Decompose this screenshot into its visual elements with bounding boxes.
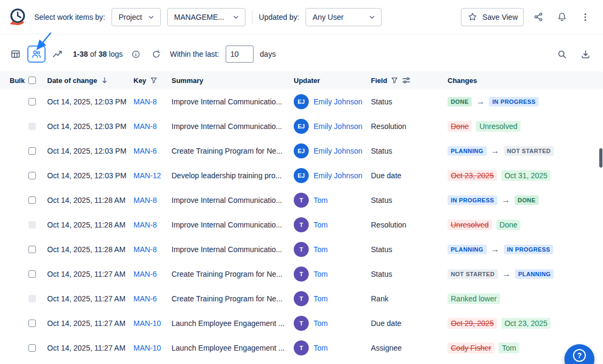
updater-name-link[interactable]: Emily Johnson <box>314 122 362 131</box>
topbar: Select work items by: Project MANAGEME..… <box>0 0 603 34</box>
row-field: Assignee <box>371 344 448 352</box>
refresh-button[interactable] <box>150 47 163 61</box>
logs-count-total: 38 <box>99 50 107 58</box>
select-work-items-label: Select work items by: <box>34 13 105 21</box>
updater-name-link[interactable]: Tom <box>314 294 327 303</box>
topbar-divider <box>252 11 252 24</box>
row-checkbox[interactable] <box>28 98 36 105</box>
row-key-link[interactable]: MAN-8 <box>133 196 157 204</box>
change-to: NOT STARTED <box>504 146 554 156</box>
row-checkbox[interactable] <box>28 172 36 179</box>
updated-by-dropdown[interactable]: Any User <box>306 8 382 26</box>
table-row: Oct 14, 2025, 11:27 AM MAN-6 Create Trai… <box>0 262 603 286</box>
row-summary: Improve Internal Communicatio... <box>172 97 294 106</box>
download-button[interactable] <box>576 45 594 63</box>
column-summary-label: Summary <box>172 77 203 85</box>
info-button[interactable] <box>129 47 143 61</box>
table-row: Oct 14, 2025, 11:28 AM MAN-8 Improve Int… <box>0 213 603 237</box>
row-field: Resolution <box>371 122 448 131</box>
row-key-link[interactable]: MAN-12 <box>133 171 161 180</box>
app-logo <box>6 6 28 28</box>
row-checkbox[interactable] <box>28 246 36 253</box>
table-row: Oct 14, 2025, 12:03 PM MAN-8 Improve Int… <box>0 89 603 114</box>
updater-avatar: EJ <box>294 168 309 183</box>
change-to: IN PROGRESS <box>504 245 554 254</box>
field-filter-icon[interactable] <box>391 77 398 84</box>
project-value-dropdown[interactable]: MANAGEME... <box>167 8 245 26</box>
row-date: Oct 14, 2025, 12:03 PM <box>47 122 133 131</box>
row-key-link[interactable]: MAN-6 <box>133 147 157 155</box>
row-checkbox[interactable] <box>28 270 36 278</box>
row-checkbox[interactable] <box>28 147 36 155</box>
row-key-link[interactable]: MAN-8 <box>133 97 157 106</box>
change-to: Ranked lower <box>448 293 500 304</box>
row-key-link[interactable]: MAN-6 <box>133 294 157 303</box>
kebab-menu-icon <box>580 12 590 22</box>
share-button[interactable] <box>529 8 547 26</box>
logs-count-range: 1-38 <box>73 50 88 58</box>
updater-name-link[interactable]: Tom <box>314 196 327 204</box>
row-field: Status <box>371 196 448 204</box>
within-last-input[interactable] <box>226 46 254 63</box>
updater-name-link[interactable]: Tom <box>314 221 327 229</box>
save-view-button[interactable]: Save View <box>461 8 524 26</box>
view-toggle-group <box>6 46 66 63</box>
row-checkbox[interactable] <box>28 344 36 352</box>
star-icon <box>468 12 477 21</box>
more-menu-button[interactable] <box>576 8 594 26</box>
view-toggle-users-button[interactable] <box>27 46 46 63</box>
row-key-link[interactable]: MAN-8 <box>133 245 157 254</box>
change-from: Cody Fisher <box>448 343 494 353</box>
change-from: IN PROGRESS <box>448 195 497 205</box>
bell-icon <box>557 12 567 22</box>
row-key-link[interactable]: MAN-10 <box>133 344 161 352</box>
view-toggle-table-button[interactable] <box>6 46 25 63</box>
row-summary: Create Training Program for Ne... <box>172 294 294 303</box>
key-filter-icon[interactable] <box>150 77 158 84</box>
row-key-link[interactable]: MAN-8 <box>133 122 157 131</box>
updated-by-value: Any User <box>312 13 344 21</box>
updater-name-link[interactable]: Tom <box>314 270 327 278</box>
row-summary: Improve Internal Communicatio... <box>172 245 294 254</box>
logs-count-unit: logs <box>109 50 123 58</box>
field-filter-settings-icon[interactable] <box>402 76 411 85</box>
scrollbar-thumb[interactable] <box>599 148 602 168</box>
updater-name-link[interactable]: Tom <box>314 319 327 328</box>
updater-name-link[interactable]: Emily Johnson <box>314 171 362 180</box>
change-to: Unresolved <box>476 121 520 132</box>
work-item-by-dropdown[interactable]: Project <box>111 8 161 26</box>
updater-name-link[interactable]: Emily Johnson <box>314 147 362 155</box>
row-checkbox[interactable] <box>28 196 36 204</box>
updater-name-link[interactable]: Tom <box>314 344 327 352</box>
change-arrow-icon: → <box>502 196 510 204</box>
sort-descending-icon[interactable] <box>101 77 108 84</box>
row-field: Resolution <box>371 221 448 229</box>
updater-name-link[interactable]: Emily Johnson <box>314 97 362 106</box>
row-date: Oct 14, 2025, 11:28 AM <box>47 221 133 229</box>
notifications-button[interactable] <box>553 8 571 26</box>
row-checkbox[interactable] <box>28 123 36 130</box>
row-changes: Ranked lower <box>448 293 603 304</box>
help-glyph: ? <box>577 351 582 360</box>
search-button[interactable] <box>553 45 571 63</box>
change-from: PLANNING <box>448 146 487 156</box>
row-summary: Launch Employee Engagement ... <box>172 319 294 328</box>
column-date-label: Date of change <box>47 77 97 85</box>
row-changes: PLANNING→NOT STARTED <box>448 146 603 156</box>
row-field: Due date <box>371 171 448 180</box>
updater-name-link[interactable]: Tom <box>314 245 327 254</box>
row-key-link[interactable]: MAN-6 <box>133 270 157 278</box>
row-key-link[interactable]: MAN-8 <box>133 221 157 229</box>
updated-by-label: Updated by: <box>259 13 300 21</box>
updater-avatar: T <box>294 340 309 355</box>
row-key-link[interactable]: MAN-10 <box>133 319 161 328</box>
save-view-label: Save View <box>482 13 518 21</box>
download-icon <box>580 49 591 59</box>
row-changes: Oct 23, 2025Oct 31, 2025 <box>448 170 603 181</box>
row-checkbox[interactable] <box>28 320 36 327</box>
change-from: Done <box>448 121 472 132</box>
row-checkbox[interactable] <box>28 295 36 302</box>
bulk-select-all-checkbox[interactable] <box>28 77 36 84</box>
row-checkbox[interactable] <box>28 221 36 229</box>
view-toggle-chart-button[interactable] <box>48 46 66 63</box>
